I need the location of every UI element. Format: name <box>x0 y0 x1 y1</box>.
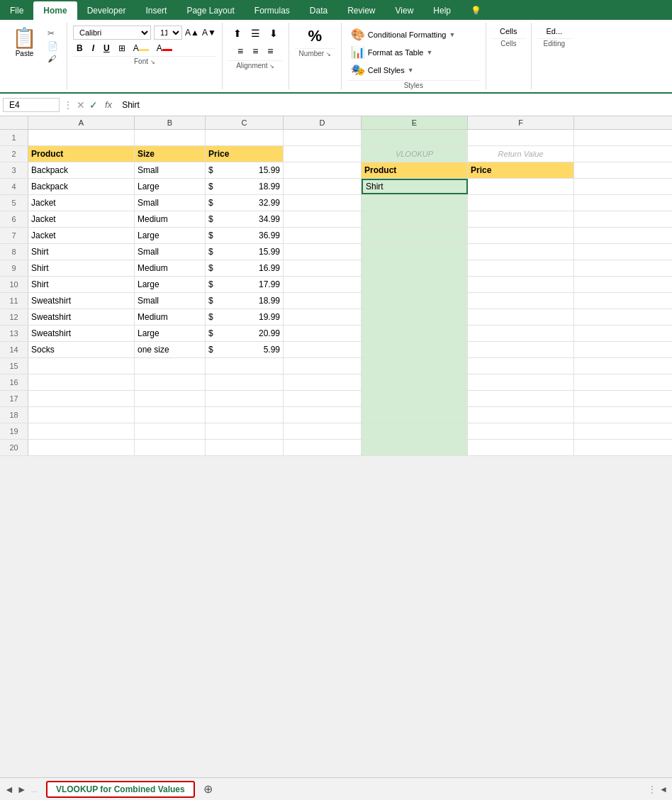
cell-b11[interactable]: Small <box>135 293 206 309</box>
tab-lightbulb[interactable]: 💡 <box>461 1 491 20</box>
cell-b14[interactable]: one size <box>135 342 206 357</box>
cell-d18[interactable] <box>284 407 362 423</box>
cell-reference-input[interactable] <box>3 98 60 112</box>
cancel-button[interactable]: ✕ <box>77 99 85 111</box>
italic-button[interactable]: I <box>89 42 98 55</box>
tab-help[interactable]: Help <box>423 1 461 20</box>
cell-c20[interactable] <box>206 440 284 455</box>
cell-d19[interactable] <box>284 423 362 439</box>
col-header-c[interactable]: C <box>206 116 284 129</box>
cell-d13[interactable] <box>284 326 362 341</box>
cell-e10[interactable] <box>362 277 468 292</box>
align-middle-button[interactable]: ☰ <box>247 26 264 41</box>
cell-f11[interactable] <box>468 293 574 309</box>
tab-page-layout[interactable]: Page Layout <box>177 1 244 20</box>
cell-c7[interactable]: $36.99 <box>206 228 284 243</box>
cell-e18[interactable] <box>362 407 468 423</box>
tab-data[interactable]: Data <box>300 1 337 20</box>
cell-b5[interactable]: Small <box>135 195 206 211</box>
col-header-f[interactable]: F <box>468 116 574 129</box>
cell-a19[interactable] <box>28 423 135 439</box>
col-header-e[interactable]: E <box>362 116 468 129</box>
cell-e1[interactable] <box>362 130 468 145</box>
cell-b2[interactable]: Size <box>135 146 206 162</box>
tab-developer[interactable]: Developer <box>77 1 136 20</box>
cell-f4[interactable] <box>468 179 574 194</box>
cut-button[interactable]: ✂ <box>45 27 61 40</box>
align-top-button[interactable]: ⬆ <box>230 26 245 41</box>
copy-button[interactable]: 📄 <box>45 40 61 52</box>
cell-b12[interactable]: Medium <box>135 309 206 325</box>
underline-button[interactable]: U <box>100 42 113 55</box>
cell-a9[interactable]: Shirt <box>28 260 135 276</box>
font-color-button[interactable]: A <box>154 43 175 54</box>
cell-f9[interactable] <box>468 260 574 276</box>
cell-c6[interactable]: $34.99 <box>206 211 284 227</box>
tab-view[interactable]: View <box>386 1 424 20</box>
col-header-d[interactable]: D <box>284 116 362 129</box>
align-left-button[interactable]: ≡ <box>234 43 247 59</box>
cell-f8[interactable] <box>468 244 574 260</box>
cell-b9[interactable]: Medium <box>135 260 206 276</box>
cell-d14[interactable] <box>284 342 362 357</box>
cell-e5[interactable] <box>362 195 468 211</box>
cell-d11[interactable] <box>284 293 362 309</box>
align-right-button[interactable]: ≡ <box>264 43 276 59</box>
paste-button[interactable]: 📋 Paste <box>7 24 42 60</box>
cell-c16[interactable] <box>206 374 284 390</box>
cell-styles-button[interactable]: 🎭 Cell Styles ▼ <box>347 61 480 79</box>
increase-font-button[interactable]: A▲ <box>185 28 199 38</box>
col-header-a[interactable]: A <box>28 116 135 129</box>
conditional-formatting-button[interactable]: 🎨 Conditional Formatting ▼ <box>347 26 480 43</box>
cell-d16[interactable] <box>284 374 362 390</box>
cell-e13[interactable] <box>362 326 468 341</box>
cell-c2[interactable]: Price <box>206 146 284 162</box>
cell-f15[interactable] <box>468 358 574 374</box>
bold-button[interactable]: B <box>73 42 86 55</box>
cell-c14[interactable]: $5.99 <box>206 342 284 357</box>
cell-a13[interactable]: Sweatshirt <box>28 326 135 341</box>
cell-f16[interactable] <box>468 374 574 390</box>
cell-c11[interactable]: $18.99 <box>206 293 284 309</box>
cell-f17[interactable] <box>468 391 574 406</box>
cell-d7[interactable] <box>284 228 362 243</box>
sheet-tab-vlookup[interactable]: VLOOKUP for Combined Values <box>46 781 195 798</box>
format-as-table-button[interactable]: 📊 Format as Table ▼ <box>347 43 480 61</box>
cell-e20[interactable] <box>362 440 468 455</box>
cell-a6[interactable]: Jacket <box>28 211 135 227</box>
cell-e6[interactable] <box>362 211 468 227</box>
cell-c8[interactable]: $15.99 <box>206 244 284 260</box>
tab-file[interactable]: File <box>0 1 33 20</box>
cell-f6[interactable] <box>468 211 574 227</box>
cell-a11[interactable]: Sweatshirt <box>28 293 135 309</box>
cell-c18[interactable] <box>206 407 284 423</box>
decrease-font-button[interactable]: A▼ <box>202 28 216 38</box>
cell-f3[interactable]: Price <box>468 162 574 178</box>
cell-d2[interactable] <box>284 146 362 162</box>
cell-c15[interactable] <box>206 358 284 374</box>
cell-c5[interactable]: $32.99 <box>206 195 284 211</box>
cell-c9[interactable]: $16.99 <box>206 260 284 276</box>
cell-a4[interactable]: Backpack <box>28 179 135 194</box>
cell-b15[interactable] <box>135 358 206 374</box>
border-button[interactable]: ⊞ <box>116 43 128 54</box>
cell-b8[interactable]: Small <box>135 244 206 260</box>
cell-c12[interactable]: $19.99 <box>206 309 284 325</box>
cell-d8[interactable] <box>284 244 362 260</box>
cell-d17[interactable] <box>284 391 362 406</box>
col-header-b[interactable]: B <box>135 116 206 129</box>
cell-b19[interactable] <box>135 423 206 439</box>
cell-a10[interactable]: Shirt <box>28 277 135 292</box>
scroll-sheets-left[interactable]: ◄ <box>4 784 14 795</box>
cell-a1[interactable] <box>28 130 135 145</box>
cell-c3[interactable]: $15.99 <box>206 162 284 178</box>
cell-d5[interactable] <box>284 195 362 211</box>
cell-b17[interactable] <box>135 391 206 406</box>
font-family-select[interactable]: Calibri <box>73 26 151 40</box>
cell-c4[interactable]: $18.99 <box>206 179 284 194</box>
cell-b6[interactable]: Medium <box>135 211 206 227</box>
cell-f18[interactable] <box>468 407 574 423</box>
cell-d9[interactable] <box>284 260 362 276</box>
cell-c13[interactable]: $20.99 <box>206 326 284 341</box>
cell-e4[interactable]: Shirt <box>362 179 468 194</box>
